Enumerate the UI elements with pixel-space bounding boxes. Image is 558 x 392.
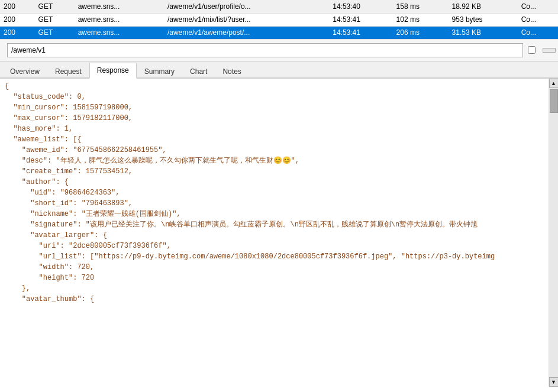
json-content[interactable]: { "status_code": 0, "min_cursor": 158159… bbox=[0, 79, 549, 387]
tab-summary[interactable]: Summary bbox=[137, 64, 182, 79]
tab-response[interactable]: Response bbox=[89, 63, 137, 79]
settings-button[interactable] bbox=[543, 48, 556, 53]
content-area: { "status_code": 0, "min_cursor": 158159… bbox=[0, 79, 558, 387]
filter-bar bbox=[0, 40, 558, 61]
scroll-down-button[interactable]: ▼ bbox=[549, 377, 559, 387]
table-row[interactable]: 200GETaweme.sns.../aweme/v1/aweme/post/.… bbox=[0, 26, 558, 39]
table-row[interactable]: 200GETaweme.sns.../aweme/v1/user/profile… bbox=[0, 0, 558, 13]
scrollbar: ▲ ▼ bbox=[549, 79, 558, 387]
scroll-thumb[interactable] bbox=[550, 89, 558, 113]
tabs-bar: OverviewRequestResponseSummaryChartNotes bbox=[0, 61, 558, 79]
filter-input[interactable] bbox=[7, 43, 523, 57]
tab-overview[interactable]: Overview bbox=[2, 64, 47, 79]
tab-chart[interactable]: Chart bbox=[182, 64, 215, 79]
scroll-track bbox=[549, 88, 559, 377]
focused-checkbox-container bbox=[528, 46, 538, 54]
scroll-up-button[interactable]: ▲ bbox=[549, 79, 559, 88]
tab-notes[interactable]: Notes bbox=[215, 64, 249, 79]
request-table: 200GETaweme.sns.../aweme/v1/user/profile… bbox=[0, 0, 558, 40]
focused-checkbox[interactable] bbox=[528, 46, 536, 54]
tab-request[interactable]: Request bbox=[47, 64, 89, 79]
table-row[interactable]: 200GETaweme.sns.../aweme/v1/mix/list/?us… bbox=[0, 13, 558, 26]
